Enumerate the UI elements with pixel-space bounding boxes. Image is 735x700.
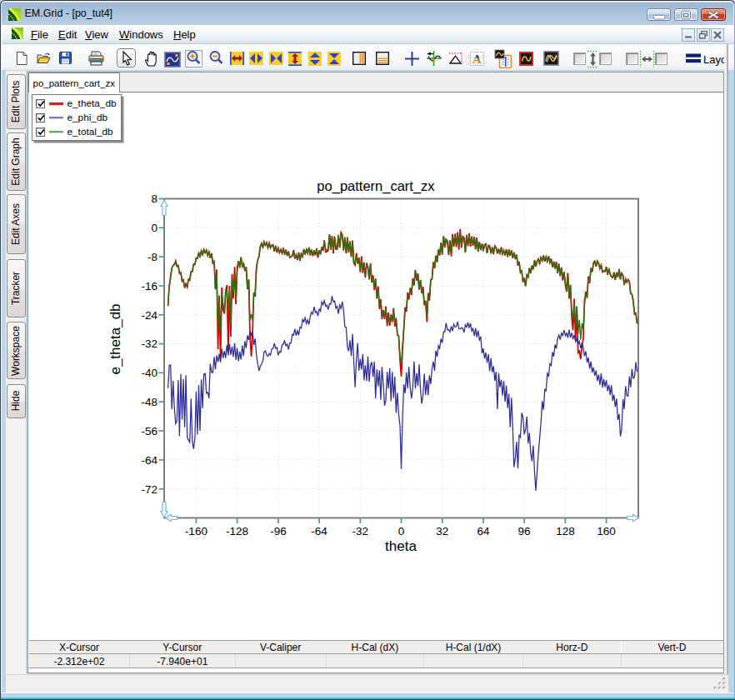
svg-text:-24: -24	[141, 309, 158, 322]
svg-text:-128: -128	[226, 525, 248, 538]
svg-text:-72: -72	[141, 483, 158, 496]
svg-text:-64: -64	[311, 525, 328, 538]
svg-text:0: 0	[151, 222, 158, 234]
svg-text:-56: -56	[141, 425, 158, 438]
svg-text:-96: -96	[270, 525, 287, 538]
svg-text:-32: -32	[141, 338, 158, 350]
svg-text:-32: -32	[352, 525, 369, 538]
svg-text:e_theta_db: e_theta_db	[108, 303, 123, 374]
svg-text:-160: -160	[185, 525, 208, 538]
svg-text:96: 96	[518, 525, 531, 538]
svg-text:-8: -8	[148, 251, 158, 263]
svg-text:8: 8	[151, 192, 158, 205]
svg-text:0: 0	[398, 525, 405, 538]
svg-text:-48: -48	[141, 396, 158, 408]
svg-text:theta: theta	[385, 538, 417, 554]
svg-text:160: 160	[597, 525, 616, 538]
svg-text:32: 32	[436, 525, 448, 538]
svg-text:-16: -16	[141, 280, 158, 292]
svg-text:-40: -40	[141, 367, 158, 379]
svg-text:-64: -64	[141, 454, 158, 467]
svg-text:po_pattern_cart_zx: po_pattern_cart_zx	[317, 178, 435, 194]
svg-text:128: 128	[556, 525, 575, 538]
svg-text:64: 64	[477, 525, 490, 538]
